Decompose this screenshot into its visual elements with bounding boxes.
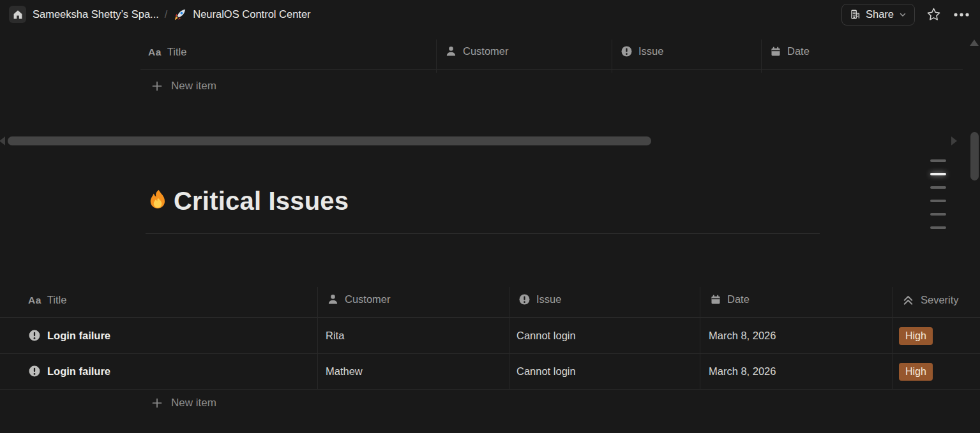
- home-icon: [13, 10, 23, 20]
- plus-icon: [151, 80, 163, 92]
- notion-app-window: Sameeksha Shetty’s Spa... / NeuralOS Con…: [0, 0, 980, 433]
- table-row[interactable]: Login failure Rita Cannot login March 8,…: [0, 318, 980, 354]
- severity-badge: High: [899, 363, 933, 381]
- severity-cell[interactable]: High: [899, 363, 933, 381]
- issue-cell[interactable]: Cannot login: [516, 365, 576, 378]
- ellipsis-icon: [953, 12, 970, 17]
- severity-cell[interactable]: High: [899, 327, 933, 345]
- text-type-icon: Aa: [148, 47, 162, 58]
- exclamation-icon: [621, 45, 633, 57]
- calendar-icon: [710, 294, 721, 305]
- column-divider: [317, 287, 318, 389]
- text-type-icon: Aa: [28, 295, 41, 306]
- building-icon: [850, 9, 861, 20]
- chevron-down-icon: [899, 11, 907, 18]
- table-row[interactable]: Login failure Mathew Cannot login March …: [0, 354, 980, 390]
- exclamation-icon: [28, 329, 41, 342]
- home-button[interactable]: [9, 6, 26, 23]
- severity-badge: High: [899, 327, 933, 345]
- column-divider: [509, 287, 509, 389]
- scroll-left-arrow[interactable]: [0, 136, 5, 145]
- person-icon: [327, 293, 339, 305]
- date-cell[interactable]: March 8, 2026: [709, 330, 776, 342]
- star-icon: [926, 7, 941, 22]
- plus-icon: [151, 397, 163, 409]
- breadcrumb-separator: /: [165, 9, 167, 20]
- column-header-issue[interactable]: Issue: [518, 293, 561, 305]
- column-header-title[interactable]: Aa Title: [148, 46, 186, 58]
- outline-indicator-line[interactable]: [930, 186, 946, 189]
- breadcrumb-page[interactable]: NeuralOS Control Center: [193, 8, 310, 20]
- content-divider: [146, 233, 820, 234]
- breadcrumb-workspace[interactable]: Sameeksha Shetty’s Spa...: [33, 8, 159, 20]
- double-chevron-up-icon: [901, 293, 915, 307]
- column-header-date[interactable]: Date: [770, 45, 810, 57]
- linked-database-header: Customer Complaints: [0, 249, 980, 275]
- title-cell[interactable]: Login failure: [28, 329, 110, 342]
- column-divider: [700, 287, 700, 389]
- scroll-right-arrow[interactable]: [951, 136, 957, 145]
- column-header-title[interactable]: Aa Title: [28, 294, 66, 306]
- exclamation-icon: [28, 365, 41, 378]
- breadcrumb: Sameeksha Shetty’s Spa... / NeuralOS Con…: [33, 8, 311, 22]
- column-header-date[interactable]: Date: [710, 293, 750, 305]
- outline-indicator-line[interactable]: [930, 159, 946, 162]
- title-cell[interactable]: Login failure: [28, 365, 110, 378]
- column-header-issue[interactable]: Issue: [621, 45, 663, 57]
- column-divider: [761, 40, 762, 73]
- column-divider: [436, 40, 437, 73]
- outline-indicator-line[interactable]: [930, 200, 946, 202]
- issue-cell[interactable]: Cannot login: [516, 330, 576, 342]
- share-label: Share: [866, 8, 894, 20]
- page-title-block: Critical Issues: [144, 187, 349, 216]
- column-header-customer[interactable]: Customer: [327, 293, 391, 305]
- fire-icon: [144, 188, 171, 215]
- more-options-button[interactable]: [952, 5, 971, 24]
- top-navigation-bar: Sameeksha Shetty’s Spa... / NeuralOS Con…: [0, 0, 980, 29]
- date-cell[interactable]: March 8, 2026: [709, 365, 776, 378]
- column-divider: [612, 40, 612, 73]
- outline-indicator-line-active[interactable]: [930, 173, 946, 175]
- table-header-row: Aa Title Customer Issue Date: [0, 287, 980, 318]
- column-divider: [892, 287, 893, 389]
- favorite-button[interactable]: [924, 5, 943, 24]
- calendar-icon: [770, 46, 781, 57]
- scroll-up-arrow[interactable]: [970, 40, 979, 46]
- rocket-icon: [173, 8, 187, 22]
- page-title[interactable]: Critical Issues: [174, 187, 349, 216]
- share-button[interactable]: Share: [841, 4, 915, 26]
- column-header-customer[interactable]: Customer: [445, 45, 509, 57]
- person-icon: [445, 45, 457, 57]
- outline-indicator-line[interactable]: [930, 213, 946, 216]
- topbar-actions: Share: [841, 4, 971, 26]
- customer-cell[interactable]: Rita: [326, 330, 344, 342]
- exclamation-icon: [518, 293, 531, 305]
- upper-table-header-row: Aa Title Customer Issue Date: [140, 38, 963, 70]
- customer-cell[interactable]: Mathew: [326, 365, 363, 378]
- column-header-severity[interactable]: Severity: [901, 293, 961, 307]
- vertical-scrollbar-thumb[interactable]: [970, 132, 979, 180]
- upper-new-item-button[interactable]: New item: [151, 80, 216, 92]
- table-new-item-button[interactable]: New item: [151, 397, 216, 409]
- outline-indicator-line[interactable]: [930, 226, 946, 229]
- horizontal-scrollbar-thumb[interactable]: [8, 136, 651, 145]
